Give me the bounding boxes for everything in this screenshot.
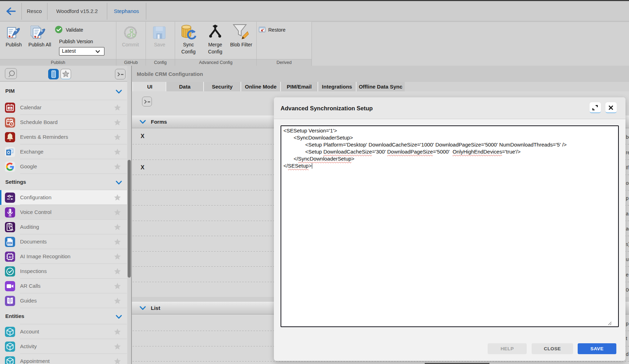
svg-text:AI: AI — [9, 255, 12, 259]
svg-text:DOC: DOC — [7, 242, 12, 244]
svg-text:25: 25 — [8, 106, 11, 110]
